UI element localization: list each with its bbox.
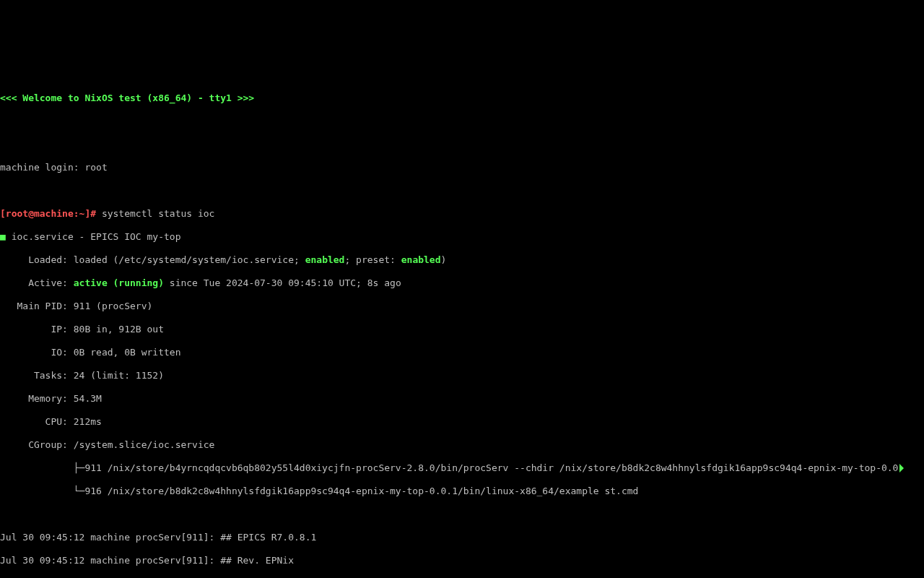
enabled-text: enabled	[305, 254, 345, 265]
shell-prompt: [root@machine:~]#	[0, 208, 96, 219]
log-line: Jul 30 09:45:12 machine procServ[911]: #…	[0, 532, 924, 543]
ip-line: IP: 80B in, 912B out	[0, 324, 924, 335]
enabled-text: enabled	[401, 254, 441, 265]
cpu-line: CPU: 212ms	[0, 416, 924, 428]
blank-line	[0, 509, 924, 520]
loaded-line: Loaded: loaded (/etc/systemd/system/ioc.…	[0, 254, 924, 266]
command-text: systemctl status ioc	[96, 208, 214, 219]
memory-line: Memory: 54.3M	[0, 393, 924, 405]
tasks-line: Tasks: 24 (limit: 1152)	[0, 370, 924, 381]
loaded-value: loaded (/etc/systemd/system/ioc.service;	[74, 254, 305, 265]
blank-line	[0, 185, 924, 197]
active-state: active (running)	[74, 277, 164, 288]
welcome-banner: <<< Welcome to NixOS test (x86_64) - tty…	[0, 92, 924, 104]
service-name: ioc.service - EPICS IOC my-top	[6, 231, 181, 242]
cgroup-line: CGroup: /system.slice/ioc.service	[0, 439, 924, 451]
cgroup-child-line: └─916 /nix/store/b8dk2c8w4hhnylsfdgik16a…	[0, 486, 924, 497]
loaded-value: ; preset:	[344, 254, 401, 265]
main-pid-line: Main PID: 911 (procServ)	[0, 301, 924, 312]
io-line: IO: 0B read, 0B written	[0, 347, 924, 358]
log-line: Jul 30 09:45:12 machine procServ[911]: #…	[0, 555, 924, 566]
status-dot-icon: ■	[0, 231, 6, 242]
active-line: Active: active (running) since Tue 2024-…	[0, 277, 924, 289]
service-header: ■ ioc.service - EPICS IOC my-top	[0, 231, 924, 243]
blank-line	[0, 116, 924, 127]
login-prompt: machine login: root	[0, 162, 924, 173]
active-label: Active:	[0, 277, 74, 288]
terminal[interactable]: <<< Welcome to NixOS test (x86_64) - tty…	[0, 58, 924, 578]
prompt-line: [root@machine:~]# systemctl status ioc	[0, 208, 924, 220]
cgroup-child-line: ├─911 /nix/store/b4yrncqdqcvb6qb802y55l4…	[0, 462, 924, 474]
cgroup-child-text: ├─911 /nix/store/b4yrncqdqcvb6qb802y55l4…	[0, 462, 898, 474]
loaded-value: )	[441, 254, 447, 265]
active-since: since Tue 2024-07-30 09:45:10 UTC; 8s ag…	[164, 277, 401, 288]
blank-line	[0, 139, 924, 150]
loaded-label: Loaded:	[0, 254, 74, 265]
